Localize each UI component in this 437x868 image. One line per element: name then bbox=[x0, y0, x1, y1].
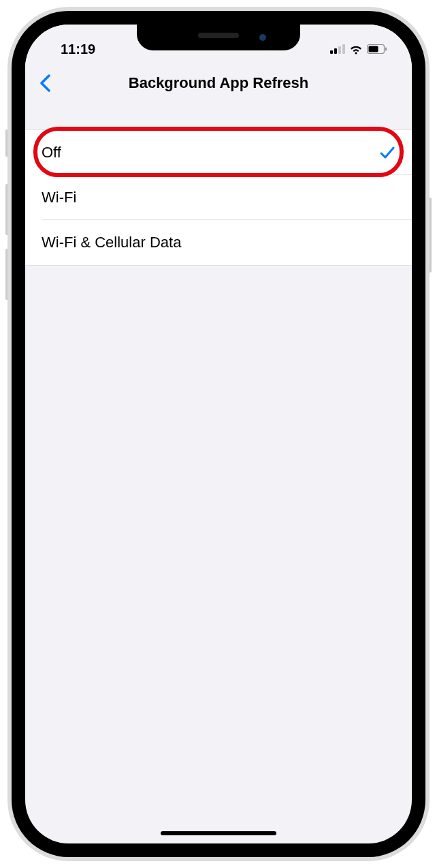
option-wifi-cellular[interactable]: Wi-Fi & Cellular Data bbox=[25, 220, 412, 265]
nav-bar: Background App Refresh bbox=[25, 63, 412, 104]
svg-rect-2 bbox=[338, 46, 341, 54]
status-time: 11:19 bbox=[61, 42, 95, 57]
status-icons bbox=[330, 44, 387, 55]
option-wifi[interactable]: Wi-Fi bbox=[25, 175, 412, 220]
svg-rect-0 bbox=[330, 50, 333, 54]
option-label: Off bbox=[42, 144, 61, 161]
home-indicator[interactable] bbox=[161, 831, 276, 835]
option-off[interactable]: Off bbox=[25, 130, 412, 175]
side-button-power bbox=[430, 198, 432, 273]
svg-rect-5 bbox=[369, 46, 378, 52]
device-bezel: 11:19 bbox=[12, 11, 425, 857]
svg-rect-6 bbox=[385, 48, 387, 51]
options-list: Off Wi-Fi Wi-Fi & Cellular Data bbox=[25, 129, 412, 266]
front-camera bbox=[259, 34, 266, 41]
svg-rect-1 bbox=[334, 48, 337, 54]
wifi-icon bbox=[349, 44, 363, 55]
side-button-silent bbox=[5, 129, 7, 157]
checkmark-icon bbox=[379, 144, 395, 161]
option-label: Wi-Fi & Cellular Data bbox=[42, 234, 181, 251]
side-button-volume-up bbox=[5, 184, 7, 235]
battery-icon bbox=[367, 44, 387, 54]
page-title: Background App Refresh bbox=[129, 74, 308, 92]
device-frame: 11:19 bbox=[7, 7, 430, 861]
screen: 11:19 bbox=[25, 25, 412, 843]
options-list-wrapper: Off Wi-Fi Wi-Fi & Cellular Data bbox=[25, 129, 412, 266]
speaker bbox=[198, 33, 239, 38]
svg-rect-3 bbox=[342, 44, 345, 54]
back-button[interactable] bbox=[35, 73, 55, 93]
side-button-volume-down bbox=[5, 249, 7, 300]
chevron-left-icon bbox=[39, 74, 50, 92]
option-label: Wi-Fi bbox=[42, 189, 76, 206]
content-area: Off Wi-Fi Wi-Fi & Cellular Data bbox=[25, 104, 412, 266]
cellular-icon bbox=[330, 44, 345, 54]
notch bbox=[137, 25, 300, 50]
